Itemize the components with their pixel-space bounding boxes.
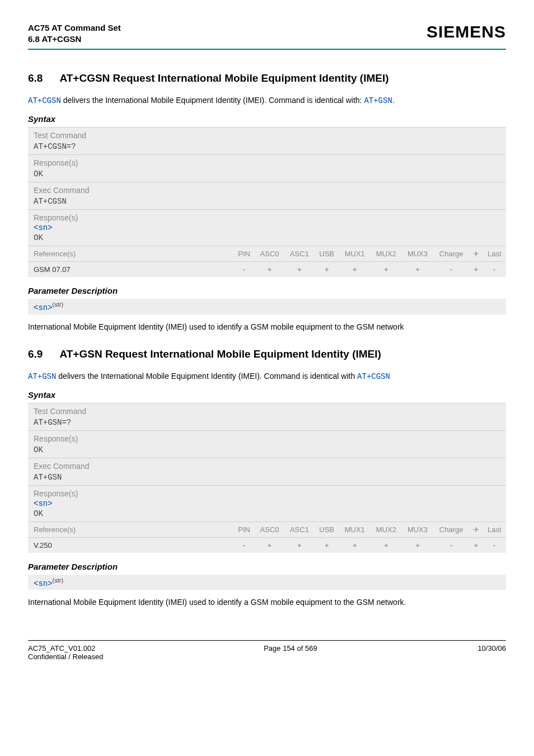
exec-command: AT+CGSN xyxy=(28,196,506,209)
exec-command-label-2: Exec Command xyxy=(28,458,506,472)
val-usb: + xyxy=(315,262,339,278)
param-label-6-8: Parameter Description xyxy=(28,286,506,295)
col-asc1-2: ASC1 xyxy=(284,522,314,537)
test-command-2: AT+GSN=? xyxy=(28,417,506,430)
syntax-label: Syntax xyxy=(28,114,506,124)
param-sn-link-2[interactable]: <sn> xyxy=(34,579,53,588)
val-usb-2: + xyxy=(315,537,339,553)
col-asc1: ASC1 xyxy=(284,246,314,262)
footer-left-line2: Confidential / Released xyxy=(28,652,103,661)
param-box-6-9: <sn>(str) xyxy=(28,575,506,590)
intro-mid: delivers the International Mobile Equipm… xyxy=(61,96,364,105)
airplane-icon: ✈ xyxy=(473,525,479,534)
header-title: AC75 AT Command Set 6.8 AT+CGSN xyxy=(28,22,121,44)
val-asc1-2: + xyxy=(284,537,314,553)
exec-command-label: Exec Command xyxy=(28,182,506,196)
col-last: Last xyxy=(483,246,506,262)
param-sn-link[interactable]: <sn> xyxy=(34,303,53,312)
response-label-4: Response(s) xyxy=(28,486,506,499)
val-mux1-2: + xyxy=(339,537,371,553)
atcgsn-link[interactable]: AT+CGSN xyxy=(28,96,61,105)
syntax-block-6-8: Test Command AT+CGSN=? Response(s) OK Ex… xyxy=(28,127,506,277)
ref-label-2: Reference(s) xyxy=(28,522,233,537)
intro-text-6-8: AT+CGSN delivers the International Mobil… xyxy=(28,96,506,105)
exec-command-2: AT+GSN xyxy=(28,472,506,485)
reference-table-6-9: Reference(s) PIN ASC0 ASC1 USB MUX1 MUX2… xyxy=(28,522,506,553)
col-charge: Charge xyxy=(433,246,469,262)
col-mux2-2: MUX2 xyxy=(371,522,402,537)
col-mux1-2: MUX1 xyxy=(339,522,371,537)
param-sup: (str) xyxy=(53,301,64,308)
val-arrow: + xyxy=(469,262,483,278)
response-label-2: Response(s) xyxy=(28,210,506,223)
val-mux3: + xyxy=(402,262,433,278)
test-command-label: Test Command xyxy=(28,128,506,141)
siemens-logo: SIEMENS xyxy=(427,22,506,41)
intro-mid-2: delivers the International Mobile Equipm… xyxy=(56,372,357,381)
col-mux2: MUX2 xyxy=(371,246,402,262)
response-ok-4: OK xyxy=(28,508,506,522)
page-footer: AC75_ATC_V01.002 Confidential / Released… xyxy=(28,640,506,661)
airplane-icon: ✈ xyxy=(473,250,479,258)
val-asc0: + xyxy=(255,262,284,278)
atcgsn-link-2[interactable]: AT+CGSN xyxy=(357,372,390,381)
response-label-3: Response(s) xyxy=(28,431,506,444)
syntax-label-2: Syntax xyxy=(28,390,506,400)
footer-right: 10/30/06 xyxy=(477,644,506,661)
footer-left: AC75_ATC_V01.002 Confidential / Released xyxy=(28,644,103,661)
col-mux1: MUX1 xyxy=(339,246,371,262)
col-mux3-2: MUX3 xyxy=(402,522,433,537)
section-heading-6-8: 6.8 AT+CGSN Request International Mobile… xyxy=(28,72,506,84)
syntax-block-6-9: Test Command AT+GSN=? Response(s) OK Exe… xyxy=(28,403,506,553)
section-heading-6-9: 6.9 AT+GSN Request International Mobile … xyxy=(28,348,506,360)
response-ok-2: OK xyxy=(28,232,506,246)
col-last-2: Last xyxy=(483,522,506,537)
col-charge-2: Charge xyxy=(433,522,469,537)
atgsn-link[interactable]: AT+GSN xyxy=(364,96,392,105)
col-asc0: ASC0 xyxy=(255,246,284,262)
footer-center: Page 154 of 569 xyxy=(264,644,317,661)
val-mux2-2: + xyxy=(371,537,402,553)
param-box-6-8: <sn>(str) xyxy=(28,299,506,314)
val-last-2: - xyxy=(483,537,506,553)
col-asc0-2: ASC0 xyxy=(255,522,284,537)
ref-value: GSM 07.07 xyxy=(28,262,233,278)
param-sup-2: (str) xyxy=(53,577,64,584)
page-header: AC75 AT Command Set 6.8 AT+CGSN SIEMENS xyxy=(28,22,506,50)
param-text-6-8: International Mobile Equipment Identity … xyxy=(28,322,506,331)
header-title-line2: 6.8 AT+CGSN xyxy=(28,34,121,45)
col-pin-2: PIN xyxy=(233,522,255,537)
reference-table-6-8: Reference(s) PIN ASC0 ASC1 USB MUX1 MUX2… xyxy=(28,246,506,277)
val-asc0-2: + xyxy=(255,537,284,553)
response-ok: OK xyxy=(28,168,506,182)
col-mux3: MUX3 xyxy=(402,246,433,262)
param-label-6-9: Parameter Description xyxy=(28,562,506,571)
val-pin-2: - xyxy=(233,537,255,553)
val-arrow-2: + xyxy=(469,537,483,553)
col-usb: USB xyxy=(315,246,339,262)
ref-value-2: V.250 xyxy=(28,537,233,553)
section-title: AT+CGSN Request International Mobile Equ… xyxy=(59,72,388,84)
section-num-2: 6.9 xyxy=(28,348,43,360)
val-pin: - xyxy=(233,262,255,278)
param-text-6-9: International Mobile Equipment Identity … xyxy=(28,598,506,607)
footer-left-line1: AC75_ATC_V01.002 xyxy=(28,644,103,652)
section-num: 6.8 xyxy=(28,72,43,84)
header-title-line1: AC75 AT Command Set xyxy=(28,22,121,34)
val-mux2: + xyxy=(371,262,402,278)
sn-placeholder-2[interactable]: <sn> xyxy=(28,499,506,508)
val-charge-2: - xyxy=(433,537,469,553)
intro-post: . xyxy=(392,96,395,105)
intro-text-6-9: AT+GSN delivers the International Mobile… xyxy=(28,372,506,381)
col-arrow-2: ✈ xyxy=(469,522,483,537)
sn-placeholder[interactable]: <sn> xyxy=(28,223,506,232)
atgsn-link-2[interactable]: AT+GSN xyxy=(28,372,56,381)
val-asc1: + xyxy=(284,262,314,278)
col-usb-2: USB xyxy=(315,522,339,537)
test-command-label-2: Test Command xyxy=(28,403,506,417)
val-mux1: + xyxy=(339,262,371,278)
section-title-2: AT+GSN Request International Mobile Equi… xyxy=(59,348,381,360)
col-pin: PIN xyxy=(233,246,255,262)
response-ok-3: OK xyxy=(28,444,506,458)
ref-label: Reference(s) xyxy=(28,246,233,262)
